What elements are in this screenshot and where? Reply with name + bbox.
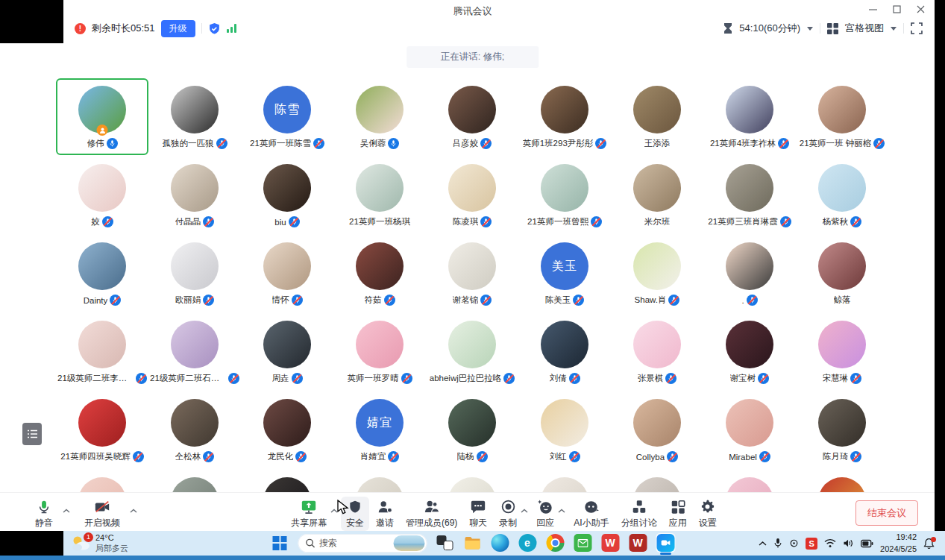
participant-tile[interactable]: 谢宝树 — [703, 313, 796, 390]
wifi-icon[interactable] — [824, 538, 836, 548]
chat-button[interactable]: 聊天 — [464, 497, 492, 531]
participant-tile[interactable]: 姣 — [56, 157, 148, 233]
tray-mic-icon[interactable] — [773, 538, 782, 549]
tray-expand-icon[interactable] — [759, 541, 767, 546]
participant-tile[interactable]: 仝松林 — [148, 391, 241, 468]
participant-tile[interactable]: 杨紫秋 — [796, 157, 888, 233]
participant-tile[interactable]: 周垚 — [241, 313, 333, 390]
taskbar-search-input[interactable]: 搜索 — [298, 534, 427, 553]
security-button[interactable]: 安全 — [341, 497, 369, 531]
notification-bell-icon[interactable] — [923, 538, 935, 550]
participant-tile[interactable]: 21英师一班曾熙 — [518, 157, 611, 233]
participant-tile[interactable]: 21英师三班肖琳霞 — [703, 157, 796, 233]
participant-tile[interactable]: 婧宜 肖婧宜 — [333, 391, 426, 468]
minimize-button[interactable] — [866, 2, 879, 16]
participant-tile[interactable]: 宋慧琳 — [796, 313, 888, 390]
sogou-ime-icon[interactable]: S — [806, 538, 817, 550]
maximize-button[interactable] — [890, 2, 903, 16]
participant-tile[interactable]: 吴俐蓉 — [333, 78, 426, 155]
video-options-caret[interactable] — [130, 503, 137, 516]
member-list-toggle[interactable] — [22, 423, 42, 445]
participant-tile[interactable]: Collyba — [611, 391, 703, 468]
start-video-button[interactable]: 开启视频 — [79, 497, 125, 531]
network-signal-icon[interactable] — [227, 24, 236, 33]
participant-tile[interactable]: 米尔班 — [611, 157, 703, 233]
participant-tile[interactable]: 21英师一班杨琪 — [333, 157, 426, 233]
participant-tile[interactable]: Mirabel — [703, 391, 796, 468]
participant-tile[interactable]: 王添添 — [611, 78, 703, 155]
participant-tile[interactable]: 谢茗锦 — [426, 235, 518, 312]
participant-avatar — [633, 399, 681, 447]
participant-tile[interactable]: Shaw.肖 — [611, 235, 703, 312]
share-options-caret[interactable] — [330, 503, 338, 516]
taskbar-app-chrome[interactable] — [545, 533, 565, 553]
taskbar-clock[interactable]: 19:42 2024/5/25 — [880, 532, 917, 555]
taskbar-app-edge[interactable] — [490, 533, 509, 553]
record-options-caret[interactable] — [521, 503, 528, 516]
volume-icon[interactable] — [843, 538, 854, 548]
taskbar-app-mail[interactable] — [573, 533, 592, 553]
taskbar-app-tencent-meeting[interactable] — [656, 533, 675, 553]
reaction-button[interactable]: 回应 — [531, 497, 559, 531]
ai-assistant-button[interactable]: AI小助手 — [568, 497, 614, 531]
settings-button[interactable]: 设置 — [694, 497, 722, 531]
participant-tile[interactable]: . — [703, 235, 796, 312]
reaction-options-caret[interactable] — [558, 503, 565, 516]
taskbar-app-wps-office[interactable]: W — [628, 533, 647, 553]
upgrade-button[interactable]: 升级 — [161, 20, 195, 37]
participant-tile[interactable]: 吕彦姣 — [426, 78, 518, 155]
participant-tile[interactable]: 刘倩 — [518, 313, 611, 390]
participant-tile[interactable]: 21英师一班 钟丽榕 — [796, 78, 888, 155]
participant-tile[interactable]: 张景棋 — [611, 313, 703, 390]
mute-label: 静音 — [35, 517, 53, 529]
start-button[interactable] — [270, 533, 289, 553]
participant-tile[interactable]: 情怀 — [241, 235, 333, 312]
participant-tile[interactable]: 符茹 — [333, 235, 426, 312]
participant-tile[interactable]: 孤独的一匹狼 — [148, 78, 241, 155]
participant-tile[interactable]: 欧丽娟 — [148, 235, 241, 312]
participant-tile[interactable]: 21级英师二班李梦思 — [56, 313, 148, 390]
participant-tile[interactable]: 陆杨 — [426, 391, 518, 468]
breakout-rooms-button[interactable]: 分组讨论 — [616, 497, 662, 531]
duration-dropdown-caret[interactable] — [807, 27, 813, 31]
apps-button[interactable]: 应用 — [664, 497, 692, 531]
participant-tile[interactable]: 陈雪 21英师一班陈雪 — [241, 78, 333, 155]
participant-tile[interactable]: 陈月琦 — [796, 391, 888, 468]
participant-tile[interactable]: 刘红 — [518, 391, 611, 468]
participant-tile[interactable]: 鲸落 — [796, 235, 888, 312]
invite-button[interactable]: 邀请 — [371, 497, 399, 531]
taskbar-app-file-explorer[interactable] — [462, 533, 482, 553]
security-shield-icon[interactable] — [208, 22, 221, 35]
fullscreen-icon[interactable] — [911, 22, 923, 34]
record-button[interactable]: 录制 — [494, 497, 522, 531]
mute-button[interactable]: 静音 — [30, 497, 58, 531]
share-screen-button[interactable]: 共享屏幕 — [286, 497, 332, 531]
participant-tile[interactable]: abheiwj巴拉巴拉咯 — [426, 313, 518, 390]
weather-widget[interactable]: 1 24°C 局部多云 — [70, 533, 128, 554]
battery-icon[interactable] — [861, 539, 873, 548]
mute-options-caret[interactable] — [63, 503, 70, 516]
participant-tile[interactable]: biu — [241, 157, 333, 233]
tray-device-icon[interactable] — [789, 538, 799, 548]
participant-tile[interactable]: 21英师4班李祚林 — [703, 78, 796, 155]
participant-tile[interactable]: 21级英师二班石岁税 — [148, 313, 241, 390]
mic-status-icon — [850, 373, 861, 384]
view-mode-dropdown-caret[interactable] — [891, 27, 897, 31]
close-button[interactable] — [914, 2, 927, 16]
participant-tile[interactable]: 英师一班罗晴 — [333, 313, 426, 390]
view-mode-label[interactable]: 宫格视图 — [845, 22, 884, 35]
taskbar-app-wps-writer[interactable]: W — [600, 533, 620, 553]
participant-tile[interactable]: 付晶晶 — [148, 157, 241, 233]
participant-tile[interactable]: 21英师四班吴晓辉 — [56, 391, 148, 468]
participant-tile[interactable]: 英师1班293尹彤彤 — [518, 78, 611, 155]
participant-tile[interactable]: 修伟 — [56, 78, 148, 155]
end-meeting-button[interactable]: 结束会议 — [855, 500, 918, 526]
task-view-button[interactable] — [435, 533, 454, 553]
participant-tile[interactable]: 龙民化 — [241, 391, 333, 468]
participant-tile[interactable]: 美玉 陈美玉 — [518, 235, 611, 312]
participant-tile[interactable]: 陈凌琪 — [426, 157, 518, 233]
taskbar-app-browser[interactable]: e — [518, 533, 537, 553]
screen: 腾讯会议 ! 剩余时长05:51 升级 54:10(60分 — [0, 0, 945, 560]
manage-members-button[interactable]: 管理成员(69) — [401, 497, 462, 531]
participant-tile[interactable]: Dainty — [56, 235, 148, 312]
